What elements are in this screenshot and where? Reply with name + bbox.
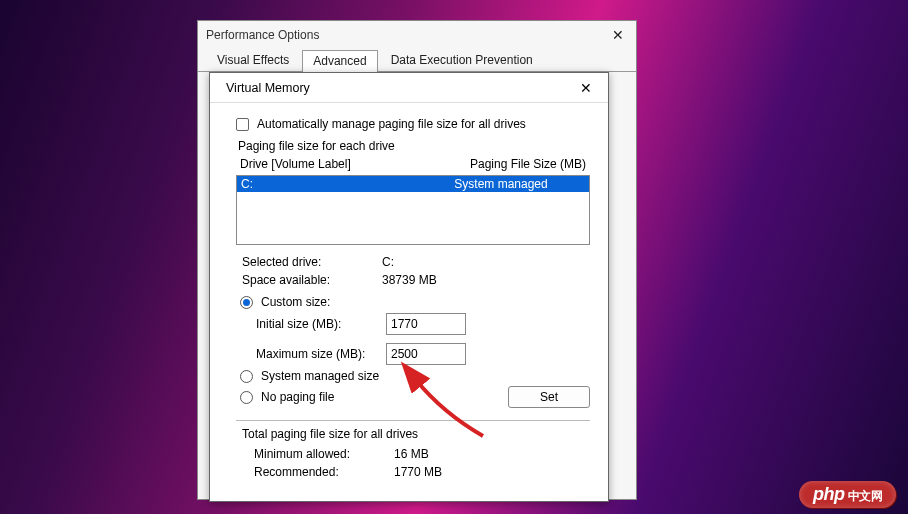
drive-info: Selected drive: C: Space available: 3873…: [242, 255, 590, 287]
virtual-memory-dialog: Virtual Memory ✕ Automatically manage pa…: [209, 72, 609, 502]
initial-size-label: Initial size (MB):: [256, 317, 386, 331]
drive-list[interactable]: C: System managed: [236, 175, 590, 245]
drive-row-c[interactable]: C: System managed: [237, 176, 589, 192]
space-available-value: 38739 MB: [382, 273, 590, 287]
size-inputs: Initial size (MB): Maximum size (MB):: [256, 313, 590, 365]
radio-icon[interactable]: [240, 370, 253, 383]
selected-drive-label: Selected drive:: [242, 255, 382, 269]
space-available-label: Space available:: [242, 273, 382, 287]
auto-manage-row[interactable]: Automatically manage paging file size fo…: [236, 117, 590, 131]
vm-titlebar: Virtual Memory ✕: [210, 73, 608, 103]
custom-size-label: Custom size:: [261, 295, 330, 309]
desktop-background: Performance Options ✕ Visual Effects Adv…: [0, 0, 908, 514]
checkbox-icon[interactable]: [236, 118, 249, 131]
tab-advanced[interactable]: Advanced: [302, 50, 377, 72]
watermark-main: php: [813, 484, 845, 504]
max-size-label: Maximum size (MB):: [256, 347, 386, 361]
max-size-input[interactable]: [386, 343, 466, 365]
system-managed-label: System managed size: [261, 369, 379, 383]
close-icon[interactable]: ✕: [574, 80, 598, 96]
radio-icon[interactable]: [240, 391, 253, 404]
recommended-label: Recommended:: [254, 465, 394, 479]
totals-label: Total paging file size for all drives: [242, 427, 590, 441]
custom-size-option[interactable]: Custom size:: [240, 295, 590, 309]
radio-icon[interactable]: [240, 296, 253, 309]
no-paging-option[interactable]: No paging file: [240, 390, 334, 404]
tab-visual-effects[interactable]: Visual Effects: [206, 49, 300, 71]
recommended-value: 1770 MB: [394, 465, 590, 479]
tab-strip: Visual Effects Advanced Data Execution P…: [198, 49, 636, 72]
tab-dep[interactable]: Data Execution Prevention: [380, 49, 544, 71]
drive-list-header: Drive [Volume Label] Paging File Size (M…: [236, 155, 590, 173]
min-allowed-label: Minimum allowed:: [254, 447, 394, 461]
perf-titlebar: Performance Options ✕: [198, 21, 636, 49]
perf-title: Performance Options: [206, 28, 319, 42]
selected-drive-value: C:: [382, 255, 590, 269]
system-managed-option[interactable]: System managed size: [240, 369, 590, 383]
size-header-label: Paging File Size (MB): [470, 157, 586, 171]
close-icon[interactable]: ✕: [608, 27, 628, 43]
no-paging-label: No paging file: [261, 390, 334, 404]
vm-title: Virtual Memory: [226, 81, 310, 95]
initial-size-input[interactable]: [386, 313, 466, 335]
min-allowed-value: 16 MB: [394, 447, 590, 461]
watermark: php中文网: [799, 481, 896, 508]
drive-group-label: Paging file size for each drive: [238, 139, 590, 153]
drive-header-label: Drive [Volume Label]: [240, 157, 351, 171]
drive-status: System managed: [413, 177, 589, 191]
auto-manage-label: Automatically manage paging file size fo…: [257, 117, 526, 131]
vm-body: Automatically manage paging file size fo…: [210, 103, 608, 487]
watermark-sub: 中文网: [848, 489, 883, 503]
set-button[interactable]: Set: [508, 386, 590, 408]
drive-label: C:: [237, 177, 413, 191]
totals-group: Total paging file size for all drives Mi…: [236, 420, 590, 479]
